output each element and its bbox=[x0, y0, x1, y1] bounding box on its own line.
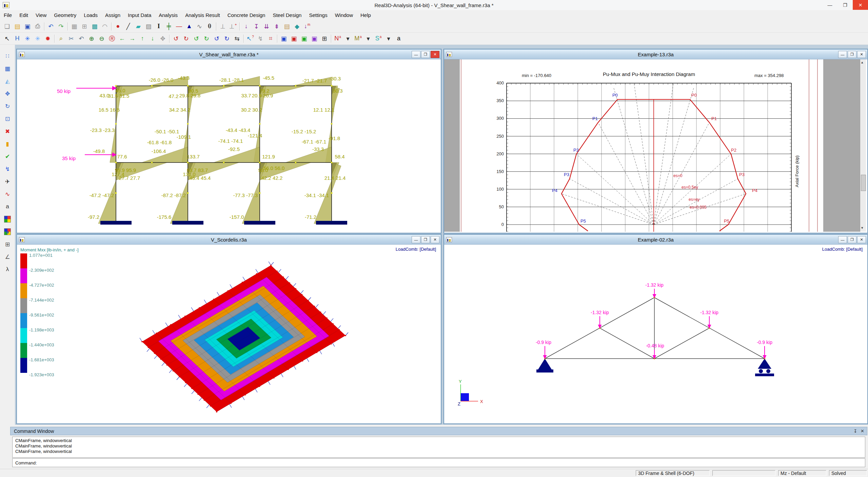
draw-shell-icon[interactable]: ▰ bbox=[133, 22, 143, 31]
menu-item-geometry[interactable]: Geometry bbox=[50, 10, 80, 20]
nodal-load-icon[interactable]: ↓ bbox=[241, 22, 251, 31]
interaction-minimize-button[interactable]: — bbox=[838, 51, 847, 58]
frame-window-titlebar[interactable]: V_Shear_wall_frame.r3a * — ❐ ✕ bbox=[17, 50, 441, 59]
view-iso-icon[interactable]: ▣ bbox=[309, 34, 319, 43]
zoom-previous-icon[interactable]: ↶ bbox=[76, 34, 86, 43]
spreadsheet-icon[interactable]: ⊞ bbox=[319, 34, 330, 43]
pan-hand-icon[interactable]: ✥ bbox=[158, 34, 168, 43]
area-load-icon[interactable]: ⇟ bbox=[272, 22, 282, 31]
view-top-icon[interactable]: ▣ bbox=[299, 34, 309, 43]
truss-window-canvas[interactable]: LoadComb: [Default] bbox=[444, 245, 866, 422]
nodes-icon[interactable]: ∷ bbox=[2, 51, 13, 61]
draw-member-icon[interactable]: ╱ bbox=[123, 22, 133, 31]
menu-item-assign[interactable]: Assign bbox=[101, 10, 124, 20]
annotate-nodes-button[interactable]: Na bbox=[333, 34, 343, 43]
spring-icon[interactable]: ∿ bbox=[194, 22, 204, 31]
quick-run-icon[interactable]: ↯ bbox=[2, 164, 13, 174]
interaction-close-button[interactable]: ✕ bbox=[857, 51, 866, 58]
view-front-icon[interactable]: ▣ bbox=[279, 34, 289, 43]
command-log[interactable]: CMainFrame, windowverticalCMainFrame, wi… bbox=[12, 437, 865, 458]
truss-window-titlebar[interactable]: Example-02.r3a — ❐ ✕ bbox=[444, 235, 867, 245]
interaction-window-titlebar[interactable]: Example-13.r3a — ❐ ✕ bbox=[444, 50, 867, 59]
menu-item-edit[interactable]: Edit bbox=[16, 10, 32, 20]
annotate-all-button[interactable]: a bbox=[394, 34, 404, 43]
vertical-scrollbar[interactable]: ▴ ▾ bbox=[860, 59, 866, 232]
mesh-grid-icon[interactable]: ▩ bbox=[90, 22, 100, 31]
point-load-icon[interactable]: ↧ bbox=[251, 22, 261, 31]
scroll-up-icon[interactable]: ▴ bbox=[861, 60, 863, 64]
walk-view-icon[interactable]: λ bbox=[2, 264, 13, 274]
truss-restore-button[interactable]: ❐ bbox=[848, 236, 856, 243]
zoom-out-icon[interactable]: ⊖ bbox=[97, 34, 107, 43]
annotate-shells-caret[interactable]: ▾ bbox=[383, 34, 394, 43]
pan-left-icon[interactable]: ← bbox=[117, 34, 127, 43]
pedestal-icon[interactable]: ⊥ bbox=[218, 22, 228, 31]
analyze-icon[interactable]: ↯ bbox=[255, 34, 265, 43]
zoom-in-icon[interactable]: ⊕ bbox=[86, 34, 97, 43]
print-icon[interactable]: ⎙ bbox=[33, 22, 43, 31]
move-icon[interactable]: ✥ bbox=[2, 89, 13, 99]
scordelis-window-canvas[interactable]: LoadComb: [Default] Moment Mxx [lb-in/in… bbox=[17, 245, 439, 422]
rotate-x-ccw-icon[interactable]: ↺ bbox=[171, 34, 181, 43]
view-side-icon[interactable]: ▣ bbox=[289, 34, 299, 43]
minimize-button[interactable]: — bbox=[822, 0, 837, 10]
pan-right-icon[interactable]: → bbox=[127, 34, 137, 43]
scordelis-window-titlebar[interactable]: V_Scordelis.r3a — ❐ ✕ bbox=[17, 235, 441, 245]
fly-view-icon[interactable]: ✈ bbox=[2, 176, 13, 187]
diagram-icon[interactable]: ∿ bbox=[2, 189, 13, 199]
command-window-header[interactable]: Command Window ↧ ✕ bbox=[10, 427, 867, 435]
frame-window-canvas[interactable]: 50 kip35 kip -26.0 -26.0-43.3-28.1 -28.1… bbox=[17, 59, 439, 232]
select-icon[interactable]: ↖ bbox=[2, 34, 12, 43]
scrollbar-thumb[interactable] bbox=[861, 175, 866, 191]
maximize-button[interactable]: ❐ bbox=[837, 0, 853, 10]
arc-icon[interactable]: ◠ bbox=[100, 22, 110, 31]
rotate-z-ccw-icon[interactable]: ↺ bbox=[212, 34, 222, 43]
rotate-z-cw-icon[interactable]: ↻ bbox=[222, 34, 232, 43]
palette-icon[interactable] bbox=[2, 214, 13, 224]
draw-node-icon[interactable]: ● bbox=[113, 22, 123, 31]
annotate-members-caret[interactable]: ▾ bbox=[363, 34, 373, 43]
redo-icon[interactable]: ↷ bbox=[56, 22, 66, 31]
save-icon[interactable]: ▣ bbox=[22, 22, 33, 31]
snap-point-icon[interactable]: ✹ bbox=[43, 34, 53, 43]
zoom-object-icon[interactable]: ✂ bbox=[66, 34, 76, 43]
zoom-restore-icon[interactable]: Ⓡ bbox=[107, 34, 117, 43]
angle-icon[interactable]: ∠ bbox=[2, 252, 13, 262]
menu-item-window[interactable]: Window bbox=[331, 10, 357, 20]
menu-item-steel-design[interactable]: Steel Design bbox=[269, 10, 305, 20]
scale-icon[interactable]: ⊡ bbox=[2, 114, 13, 124]
truss-minimize-button[interactable]: — bbox=[838, 236, 847, 243]
release-icon[interactable]: ╪ bbox=[164, 22, 174, 31]
annotate-members-button[interactable]: Ma bbox=[353, 34, 363, 43]
open-file-icon[interactable]: ▤ bbox=[12, 22, 22, 31]
theta-icon[interactable]: θ bbox=[204, 22, 215, 31]
menu-item-analysis[interactable]: Analysis bbox=[155, 10, 181, 20]
panel-load-icon[interactable]: ▤ bbox=[282, 22, 292, 31]
frame-grid-icon[interactable]: ⊞ bbox=[79, 22, 90, 31]
scordelis-restore-button[interactable]: ❐ bbox=[421, 236, 430, 243]
scroll-down-icon[interactable]: ▾ bbox=[861, 226, 863, 230]
rotate-icon[interactable]: ↻ bbox=[2, 101, 13, 111]
close-button[interactable]: ✕ bbox=[853, 0, 868, 10]
annotate-icon[interactable]: a bbox=[2, 202, 13, 212]
dimension-icon[interactable]: ⌗ bbox=[265, 34, 276, 43]
zoom-window-icon[interactable]: ⌕ bbox=[56, 34, 66, 43]
rotate-x-cw-icon[interactable]: ↻ bbox=[181, 34, 191, 43]
apply-icon[interactable]: ✔ bbox=[2, 151, 13, 161]
pan-up-icon[interactable]: ↑ bbox=[137, 34, 147, 43]
annotate-shells-button[interactable]: Sa bbox=[373, 34, 383, 43]
support-icon[interactable]: ▲ bbox=[184, 22, 194, 31]
highlight-icon[interactable]: H bbox=[12, 34, 22, 43]
close-panel-icon[interactable]: ✕ bbox=[861, 428, 864, 434]
scordelis-minimize-button[interactable]: — bbox=[412, 236, 420, 243]
child-window-truss[interactable]: Example-02.r3a — ❐ ✕ LoadComb: [Default] bbox=[443, 234, 868, 424]
frame-close-button[interactable]: ✕ bbox=[431, 51, 439, 58]
annotate-nodes-caret[interactable]: ▾ bbox=[343, 34, 353, 43]
grid-icon[interactable]: ▦ bbox=[69, 22, 79, 31]
contour-annotate-icon[interactable]: a bbox=[2, 227, 13, 237]
mesh-icon[interactable]: ▨ bbox=[143, 22, 154, 31]
query-icon[interactable]: ↖? bbox=[245, 34, 255, 43]
child-window-frame[interactable]: V_Shear_wall_frame.r3a * — ❐ ✕ bbox=[16, 49, 441, 233]
snap-grid-icon[interactable]: ✳ bbox=[33, 34, 43, 43]
surface-load-icon[interactable]: ◆ bbox=[292, 22, 302, 31]
